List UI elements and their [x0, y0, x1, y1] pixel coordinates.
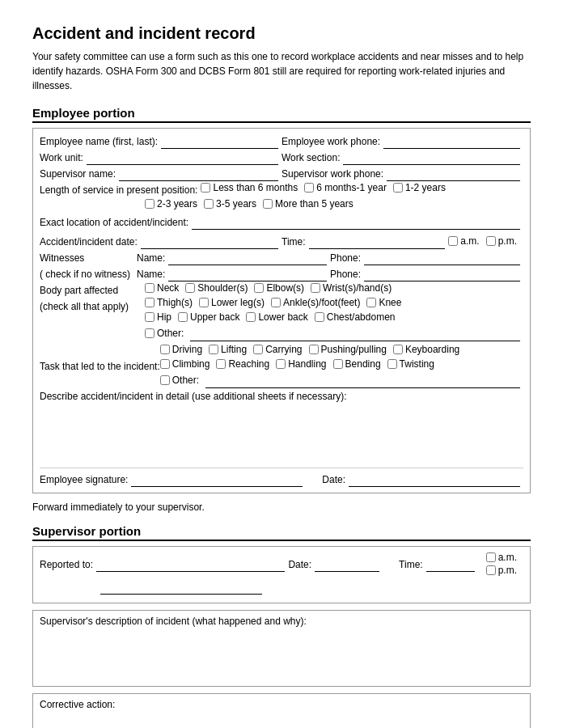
- service-1-2yr[interactable]: 1-2 years: [393, 182, 446, 193]
- accident-date-field[interactable]: [141, 235, 278, 249]
- service-more-5yr-label: More than 5 years: [275, 198, 353, 210]
- cb-more-5yr[interactable]: [263, 199, 273, 209]
- pm-checkbox[interactable]: p.m.: [486, 235, 517, 247]
- employee-name-field[interactable]: [161, 134, 278, 149]
- accident-date-label: Accident/incident date:: [40, 234, 138, 250]
- sup-time-field[interactable]: [426, 557, 475, 572]
- supervisor-section-heading: Supervisor portion: [32, 524, 531, 541]
- time-field[interactable]: [309, 235, 446, 249]
- task-other-field[interactable]: [205, 374, 520, 388]
- am-label: a.m.: [460, 235, 479, 247]
- bp-wrists[interactable]: Wrist(s)/hand(s): [311, 282, 392, 294]
- task-reaching[interactable]: Reaching: [216, 358, 269, 370]
- service-less-6mo[interactable]: Less than 6 months: [201, 182, 298, 193]
- time-label: Time:: [282, 234, 306, 250]
- witness2-phone-label: Phone:: [330, 266, 361, 282]
- row-location: Exact location of accident/incident:: [40, 214, 523, 231]
- witness1-phone-field[interactable]: [364, 251, 520, 265]
- task-twisting[interactable]: Twisting: [387, 358, 434, 370]
- employee-sig-label: Employee signature:: [40, 472, 128, 488]
- bp-neck[interactable]: Neck: [145, 282, 179, 294]
- bp-other-field[interactable]: [190, 327, 520, 341]
- forward-note: Forward immediately to your supervisor.: [32, 502, 531, 513]
- row-corrective-label: Corrective action:: [40, 699, 523, 710]
- bp-hip[interactable]: Hip: [145, 311, 171, 323]
- cb-less-6mo[interactable]: [201, 183, 210, 193]
- row-describe-label: Describe accident/incident in detail (us…: [40, 391, 523, 402]
- service-2-3yr-label: 2-3 years: [157, 198, 197, 210]
- row-witnesses-1: Witnesses Name: Phone:: [40, 250, 523, 266]
- service-more-5yr[interactable]: More than 5 years: [263, 198, 353, 210]
- cb-pm[interactable]: [486, 236, 496, 246]
- reported-to-field[interactable]: [96, 557, 285, 572]
- bp-shoulders[interactable]: Shoulder(s): [185, 282, 248, 294]
- check-if-no-label: ( check if no witness): [40, 266, 137, 282]
- task-climbing[interactable]: Climbing: [160, 358, 210, 370]
- bp-lower-back[interactable]: Lower back: [246, 311, 307, 323]
- witness2-name-field[interactable]: [168, 267, 327, 281]
- bp-thighs[interactable]: Thigh(s): [145, 297, 193, 308]
- employee-sig-field[interactable]: [131, 472, 303, 487]
- cb-sup-pm[interactable]: [486, 565, 496, 575]
- row-reported: Reported to: Date: Time: a.m. p.m.: [40, 552, 523, 578]
- bp-lower-leg[interactable]: Lower leg(s): [199, 297, 265, 308]
- pm-label: p.m.: [498, 235, 517, 247]
- sup-date-field[interactable]: [315, 557, 379, 572]
- work-unit-label: Work unit:: [40, 150, 83, 166]
- cb-1-2yr[interactable]: [393, 183, 403, 193]
- describe-textarea[interactable]: [40, 405, 523, 462]
- bp-elbows[interactable]: Elbow(s): [254, 282, 304, 294]
- sup-am-checkbox[interactable]: a.m.: [486, 552, 517, 563]
- bp-knee[interactable]: Knee: [366, 297, 401, 308]
- am-checkbox[interactable]: a.m.: [448, 235, 479, 247]
- intro-text: Your safety committee can use a form suc…: [32, 49, 531, 93]
- cb-6mo-1yr[interactable]: [304, 183, 314, 193]
- reported-to-field2[interactable]: [100, 580, 262, 595]
- service-less-6mo-label: Less than 6 months: [213, 182, 298, 193]
- bp-ankle[interactable]: Ankle(s)/foot(feet): [271, 297, 360, 308]
- employee-work-phone-label: Employee work phone:: [282, 133, 380, 150]
- task-keyboarding[interactable]: Keyboarding: [393, 344, 459, 355]
- sup-pm-checkbox[interactable]: p.m.: [486, 565, 517, 576]
- cb-2-3yr[interactable]: [145, 199, 155, 209]
- sup-pm-label: p.m.: [498, 565, 517, 576]
- cb-am[interactable]: [448, 236, 458, 246]
- sup-desc-textarea[interactable]: [40, 630, 523, 679]
- witnesses-label: Witnesses: [40, 250, 137, 266]
- witness1-name-field[interactable]: [168, 251, 327, 265]
- service-6mo-1yr-label: 6 months-1 year: [316, 182, 387, 193]
- task-bending[interactable]: Bending: [333, 358, 381, 370]
- cb-sup-am[interactable]: [486, 552, 496, 562]
- task-driving[interactable]: Driving: [160, 344, 202, 355]
- row-tasks: Task that led to the incident: Driving L…: [40, 344, 523, 389]
- supervisor-work-phone-label: Supervisor work phone:: [282, 166, 383, 182]
- task-handling[interactable]: Handling: [276, 358, 326, 370]
- task-pushing[interactable]: Pushing/pulling: [309, 344, 387, 355]
- task-other[interactable]: Other:: [160, 373, 199, 387]
- bp-upper-back[interactable]: Upper back: [178, 311, 239, 323]
- row-body-parts: Body part affected (check all that apply…: [40, 282, 523, 342]
- supervisor-work-phone-field[interactable]: [387, 167, 520, 181]
- witness2-phone-field[interactable]: [364, 267, 520, 281]
- task-carrying[interactable]: Carrying: [253, 344, 302, 355]
- service-6mo-1yr[interactable]: 6 months-1 year: [304, 182, 387, 193]
- exact-location-field[interactable]: [192, 215, 520, 230]
- task-label: Task that led to the incident:: [40, 358, 160, 375]
- bp-chest[interactable]: Chest/abdomen: [315, 311, 396, 323]
- sup-time-label: Time:: [399, 557, 423, 573]
- employee-work-phone-field[interactable]: [383, 134, 520, 149]
- cb-3-5yr[interactable]: [204, 199, 214, 209]
- service-3-5yr[interactable]: 3-5 years: [204, 198, 256, 210]
- task-lifting[interactable]: Lifting: [209, 344, 247, 355]
- service-3-5yr-label: 3-5 years: [216, 198, 256, 210]
- sup-desc-label: Supervisor's description of incident (wh…: [40, 616, 307, 627]
- service-2-3yr[interactable]: 2-3 years: [145, 198, 197, 210]
- reported-to-label: Reported to:: [40, 557, 93, 573]
- date-field[interactable]: [349, 472, 520, 487]
- supervisor-name-field[interactable]: [119, 167, 278, 181]
- work-section-field[interactable]: [343, 150, 520, 165]
- bp-other[interactable]: Other:: [145, 326, 184, 341]
- row-service: Length of service in present position: L…: [40, 182, 523, 211]
- date-label: Date:: [322, 472, 345, 488]
- work-unit-field[interactable]: [87, 150, 278, 165]
